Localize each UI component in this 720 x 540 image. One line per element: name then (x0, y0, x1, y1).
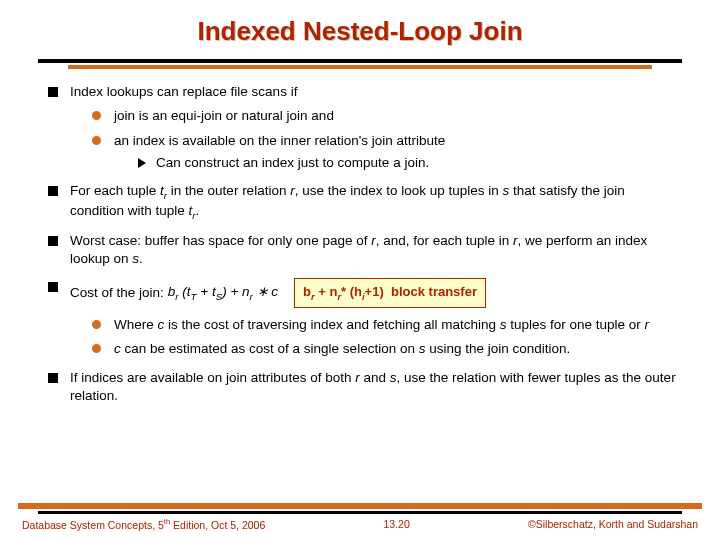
b5-t1: If indices are available on join attribu… (70, 370, 355, 385)
b4-label: Cost of the join: (70, 284, 164, 302)
b2-t1: For each tuple (70, 183, 160, 198)
bullet-1b: an index is available on the inner relat… (92, 132, 680, 172)
b4a-t1: Where (114, 317, 158, 332)
bullet-1a: join is an equi-join or natural join and (92, 107, 680, 125)
title-rule-dark (38, 59, 682, 63)
footer: Database System Concepts, 5th Edition, O… (0, 517, 720, 532)
footer-left: Database System Concepts, 5th Edition, O… (22, 517, 265, 532)
footer-right: ©Silberschatz, Korth and Sudarshan (528, 517, 698, 532)
b4a-t3: tuples for one tuple or (506, 317, 644, 332)
bullet-1-text: Index lookups can replace file scans if (70, 84, 297, 99)
slide-body: Index lookups can replace file scans if … (0, 69, 720, 405)
b4b-t2: using the join condition. (425, 341, 570, 356)
bullet-5: If indices are available on join attribu… (48, 369, 680, 405)
slide-title: Indexed Nested-Loop Join (0, 0, 720, 49)
bullet-2: For each tuple tr in the outer relation … (48, 182, 680, 222)
b3-t2: , and, for each tuple in (376, 233, 513, 248)
b4-formula: br (tT + tS) + nr ∗ c (168, 283, 278, 303)
footer-center: 13.20 (384, 517, 410, 532)
b4b-t1: can be estimated as cost of a single sel… (121, 341, 419, 356)
bullet-1b-text: an index is available on the inner relat… (114, 133, 445, 148)
bullet-4a: Where c is the cost of traversing index … (92, 316, 680, 334)
b5-t2: and (360, 370, 390, 385)
b2-t3: , use the index to look up tuples in (295, 183, 503, 198)
b4b-c: c (114, 341, 121, 356)
bullet-4b: c can be estimated as cost of a single s… (92, 340, 680, 358)
b2-tr2: tr (189, 203, 196, 218)
b4a-r: r (645, 317, 650, 332)
b4a-t2: is the cost of traversing index and fetc… (164, 317, 499, 332)
bullet-3: Worst case: buffer has space for only on… (48, 232, 680, 268)
bullet-1: Index lookups can replace file scans if … (48, 83, 680, 172)
b2-t2: in the outer relation (167, 183, 290, 198)
footer-rule-orange (18, 503, 702, 509)
bullet-4: Cost of the join: br (tT + tS) + nr ∗ c … (48, 278, 680, 359)
footer-rule-dark (38, 511, 682, 514)
b3-t1: Worst case: buffer has space for only on… (70, 233, 371, 248)
b3-s: s (132, 251, 139, 266)
bullet-1b1: Can construct an index just to compute a… (136, 154, 680, 172)
cost-box: br + nr* (hi+1) block transfer (294, 278, 486, 308)
